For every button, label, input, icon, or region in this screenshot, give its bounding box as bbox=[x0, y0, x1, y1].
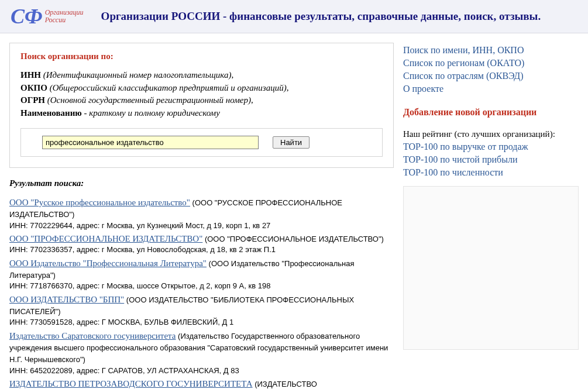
result-details: ИНН: 6452022089, адрес: Г САРАТОВ, УЛ АС… bbox=[9, 366, 394, 376]
ad-slot bbox=[403, 186, 579, 350]
desc-okpo: (Общероссийский классификатор предприяти… bbox=[50, 83, 287, 92]
result-details: ИНН: 7730591528, адрес: Г МОСКВА, БУЛЬВ … bbox=[9, 317, 394, 328]
logo[interactable]: СФ Организации России bbox=[11, 6, 84, 27]
nav-add-org[interactable]: Добавление новой организации bbox=[403, 107, 579, 118]
nav-link[interactable]: Список по отраслям (ОКВЭД) bbox=[403, 71, 579, 81]
result-details: ИНН: 7702336357, адрес: г Москва, ул Нов… bbox=[9, 245, 394, 255]
logo-line1: Организации bbox=[45, 8, 84, 16]
results-title: Рузультат поиска: bbox=[9, 178, 394, 188]
label-okpo: ОКПО bbox=[20, 83, 47, 92]
nav-top-link[interactable]: TOP-100 по выручке от продаж bbox=[403, 142, 579, 152]
search-button[interactable]: Найти bbox=[273, 136, 310, 149]
result-fullname: (ООО "ПРОФЕССИОНАЛЬНОЕ ИЗДАТЕЛЬСТВО") bbox=[202, 235, 384, 243]
search-input-row: Найти bbox=[20, 128, 383, 157]
result-link[interactable]: Издательство Саратовского госуниверситет… bbox=[9, 331, 176, 340]
label-ogrn: ОГРН bbox=[20, 95, 45, 105]
result-item: Издательство Саратовского госуниверситет… bbox=[9, 330, 394, 376]
result-link[interactable]: ООО Издательство "Профессиональная Литер… bbox=[9, 259, 207, 268]
results-list: ООО "Русское профессиональное издательст… bbox=[9, 197, 394, 389]
result-link[interactable]: ООО ИЗДАТЕЛЬСТВО "БПП" bbox=[9, 295, 124, 304]
header-title: Организации РОССИИ - финансовые результа… bbox=[101, 10, 541, 23]
search-box: Поиск организации по: ИНН (Идентификацио… bbox=[9, 43, 394, 168]
result-details: ИНН: 7718766370, адрес: г Москва, шоссе … bbox=[9, 281, 394, 291]
label-inn: ИНН bbox=[20, 70, 41, 80]
search-title: Поиск организации по: bbox=[20, 51, 383, 61]
result-link[interactable]: ИЗДАТЕЛЬСТВО ПЕТРОЗАВОДСКОГО ГОСУНИВЕРСИ… bbox=[9, 379, 253, 388]
rating-label: Наш рейтинг (сто лучших организаций): bbox=[403, 129, 579, 139]
result-item: ООО Издательство "Профессиональная Литер… bbox=[9, 257, 394, 291]
desc-ogrn: (Основной государственный регистрационны… bbox=[47, 95, 251, 105]
search-fields: ИНН (Идентификационный номер налогоплате… bbox=[20, 70, 383, 119]
result-item: ООО "Русское профессиональное издательст… bbox=[9, 197, 394, 230]
logo-cf: СФ bbox=[11, 6, 43, 27]
result-item: ИЗДАТЕЛЬСТВО ПЕТРОЗАВОДСКОГО ГОСУНИВЕРСИ… bbox=[9, 378, 394, 389]
nav: Поиск по имени, ИНН, ОКПОСписок по регио… bbox=[403, 45, 579, 178]
nav-top-link[interactable]: TOP-100 по численности bbox=[403, 167, 579, 178]
logo-line2: России bbox=[45, 16, 66, 24]
nav-link[interactable]: Список по регионам (ОКАТО) bbox=[403, 58, 579, 68]
result-item: ООО "ПРОФЕССИОНАЛЬНОЕ ИЗДАТЕЛЬСТВО" (ООО… bbox=[9, 233, 394, 255]
result-link[interactable]: ООО "ПРОФЕССИОНАЛЬНОЕ ИЗДАТЕЛЬСТВО" bbox=[9, 234, 202, 243]
label-name: Наименованию bbox=[20, 108, 82, 118]
logo-text: Организации России bbox=[45, 9, 84, 24]
nav-link[interactable]: О проекте bbox=[403, 84, 579, 94]
result-link[interactable]: ООО "Русское профессиональное издательст… bbox=[9, 198, 190, 207]
desc-inn: (Идентификационный номер налогоплательщи… bbox=[43, 70, 232, 80]
nav-top-link[interactable]: TOP-100 по чистой прибыли bbox=[403, 154, 579, 165]
desc-name: - краткому и полному юридическому bbox=[84, 108, 220, 118]
search-input[interactable] bbox=[42, 136, 259, 149]
result-details: ИНН: 7702229644, адрес: г Москва, ул Куз… bbox=[9, 221, 394, 231]
result-item: ООО ИЗДАТЕЛЬСТВО "БПП" (ООО ИЗДАТЕЛЬСТВО… bbox=[9, 294, 394, 328]
nav-link[interactable]: Поиск по имени, ИНН, ОКПО bbox=[403, 45, 579, 56]
header: СФ Организации России Организации РОССИИ… bbox=[0, 0, 588, 33]
